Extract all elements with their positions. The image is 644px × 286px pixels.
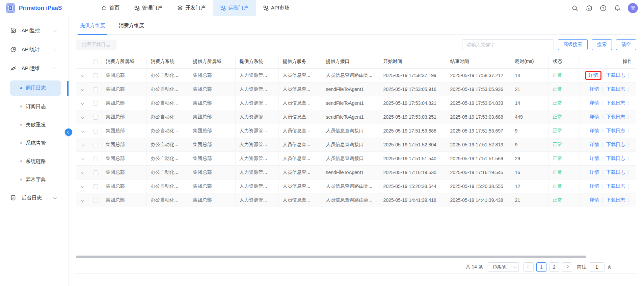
svg-text:P: P [9, 6, 11, 10]
detail-link[interactable]: 详情 [590, 156, 599, 161]
detail-link[interactable]: 详情 [590, 128, 599, 133]
download-log-link[interactable]: 下载日志 [606, 114, 625, 119]
keyword-search-input[interactable] [462, 39, 554, 50]
row-checkbox[interactable] [93, 129, 98, 134]
table-row: 集团总部办公自动化...集团总部人力资源管...人员信息查...sendFile… [76, 82, 636, 96]
cell-provider-domain: 集团总部 [189, 124, 235, 138]
bell-icon[interactable] [614, 4, 621, 12]
sidebar-item-backend-log[interactable]: 后台日志 [0, 191, 69, 205]
download-log-link[interactable]: 下载日志 [606, 197, 625, 202]
row-checkbox[interactable] [93, 143, 98, 147]
cell-provider-service: 人员信息查... [278, 68, 322, 82]
download-log-link[interactable]: 下载日志 [606, 128, 625, 133]
row-checkbox[interactable] [93, 115, 98, 120]
cell-status: 正常 [548, 165, 580, 179]
row-expand-icon[interactable] [81, 88, 84, 91]
next-page-button[interactable] [562, 262, 572, 272]
row-checkbox[interactable] [93, 101, 98, 106]
download-log-link[interactable]: 下载日志 [606, 86, 625, 92]
row-checkbox[interactable] [93, 73, 98, 78]
row-expand-icon[interactable] [81, 198, 84, 202]
page-size-select[interactable]: 10条/页 [488, 262, 519, 272]
cell-provider-service: 人员信息查... [278, 82, 322, 96]
row-expand-icon[interactable] [81, 74, 84, 77]
nav-item-home[interactable]: 首页 [94, 0, 127, 16]
row-expand-icon[interactable] [81, 129, 84, 133]
sidebar-item-call-log[interactable]: 调用日志 [10, 80, 61, 96]
detail-link[interactable]: 详情 [590, 169, 599, 175]
detail-link[interactable]: 详情 [590, 197, 599, 202]
clear-button[interactable]: 清空 [616, 39, 636, 50]
cell-provider-system: 人力资源管... [235, 110, 278, 124]
nav-item-api-market[interactable]: API市场 [256, 0, 297, 16]
sidebar-item-label: 后台日志 [22, 195, 42, 201]
cell-provider-domain: 集团总部 [189, 96, 235, 110]
search-button[interactable]: 搜索 [592, 39, 612, 50]
sidebar-item-subscribe-log[interactable]: 订阅日志 [0, 100, 69, 113]
row-expand-icon[interactable] [81, 101, 84, 105]
row-expand-icon[interactable] [81, 115, 84, 119]
advanced-search-button[interactable]: 高级搜索 [558, 39, 588, 50]
detail-link[interactable]: 详情 [590, 183, 599, 189]
detail-link[interactable]: 详情 [590, 142, 599, 147]
row-expand-icon[interactable] [81, 185, 84, 188]
detail-link[interactable]: 详情 [590, 86, 599, 92]
user-avatar[interactable]: 管 [628, 3, 638, 13]
download-log-link[interactable]: 下载日志 [606, 156, 625, 161]
goto-page-input[interactable] [589, 262, 605, 272]
row-expand-icon[interactable] [81, 143, 84, 146]
cell-start-time: 2025-05-19 17:53:05.916 [379, 82, 446, 96]
nav-item-ops-portal[interactable]: 运维门户 [213, 0, 256, 16]
row-expand-icon[interactable] [81, 171, 84, 174]
cell-duration-ms: 14 [511, 68, 548, 82]
chevron-down-icon [53, 47, 57, 51]
sidebar-item-api-monitor[interactable]: API监控 [0, 24, 69, 37]
nav-item-admin-portal[interactable]: 管理门户 [127, 0, 170, 16]
sidebar-item-api-ops[interactable]: API运维 [0, 62, 69, 75]
grid-icon [263, 5, 269, 11]
sidebar-item-api-stats[interactable]: API统计 [0, 43, 69, 56]
batch-download-button[interactable]: 批量下载日志 [76, 40, 116, 50]
download-log-link[interactable]: 下载日志 [606, 183, 625, 189]
tab-consumer-dimension[interactable]: 消费方维度 [119, 16, 144, 34]
page-number-button[interactable]: 2 [549, 262, 559, 272]
sidebar-item-fail-retry[interactable]: 失败重发 [0, 118, 69, 132]
tab-provider-dimension[interactable]: 提供方维度 [80, 16, 105, 34]
row-checkbox[interactable] [93, 184, 98, 189]
row-checkbox[interactable] [93, 170, 98, 175]
sidebar-item-system-alert[interactable]: 系统告警 [0, 136, 69, 150]
download-log-link[interactable]: 下载日志 [606, 72, 625, 78]
page-number-button[interactable]: 1 [536, 262, 546, 272]
row-expand-icon[interactable] [81, 157, 84, 160]
sidebar-item-system-trace[interactable]: 系统链路 [0, 154, 69, 168]
empty-space [76, 207, 636, 256]
download-log-link[interactable]: 下载日志 [606, 142, 625, 147]
row-checkbox[interactable] [93, 87, 98, 92]
detail-link[interactable]: 详情 [589, 72, 598, 78]
detail-link[interactable]: 详情 [590, 100, 599, 105]
download-log-link[interactable]: 下载日志 [606, 169, 625, 175]
cell-provider-interface: 人员信息查询接口 [322, 124, 379, 138]
download-log-link[interactable]: 下载日志 [606, 100, 625, 105]
help-icon[interactable]: ? [599, 4, 607, 12]
row-expand-cell [76, 124, 89, 138]
home-icon [101, 5, 107, 11]
table-row: 集团总部办公自动化...集团总部人力资源管...人员信息查...人员信息查询接口… [76, 124, 636, 138]
horizontal-scrollbar-thumb[interactable] [76, 256, 586, 258]
detail-link[interactable]: 详情 [590, 114, 599, 119]
nav-item-dev-portal[interactable]: 开发门户 [170, 0, 213, 16]
action-divider [602, 142, 603, 147]
cell-status: 正常 [548, 96, 580, 110]
prev-page-button[interactable] [524, 262, 534, 272]
ai-icon[interactable]: AI [585, 4, 593, 12]
header-consumer-domain: 消费方所属域 [102, 55, 146, 68]
row-checkbox[interactable] [93, 157, 98, 161]
sidebar-item-exception-dict[interactable]: 异常字典 [0, 173, 69, 186]
action-divider [628, 198, 629, 202]
sidebar-collapse-button[interactable] [65, 128, 72, 136]
search-icon[interactable] [571, 4, 579, 12]
cell-provider-system: 人力资源管... [235, 124, 278, 138]
row-expand-cell [76, 138, 89, 151]
select-all-checkbox[interactable] [93, 59, 98, 64]
row-checkbox[interactable] [93, 198, 98, 203]
